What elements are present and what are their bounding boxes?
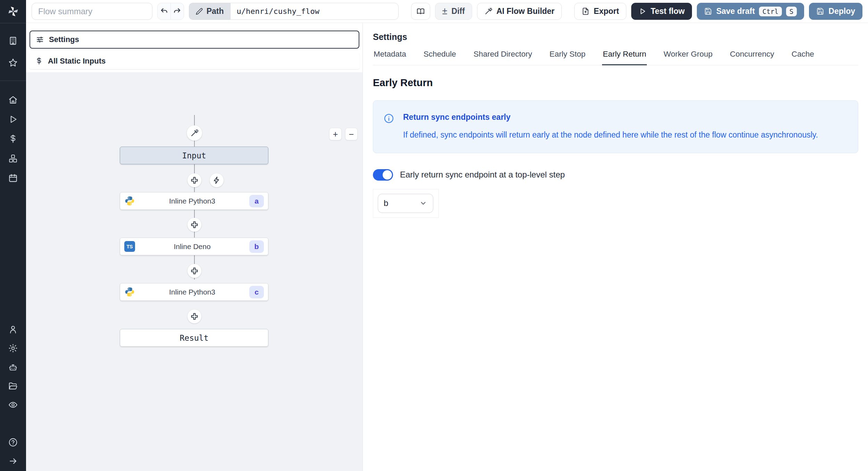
test-flow-button[interactable]: Test flow <box>631 3 692 20</box>
sidebar-audit-logs-button[interactable] <box>8 400 18 410</box>
step-id-badge: b <box>249 240 264 253</box>
docs-button[interactable] <box>411 3 430 20</box>
user-icon <box>8 325 18 334</box>
export-button[interactable]: Export <box>574 3 626 20</box>
ai-flow-builder-button[interactable]: AI Flow Builder <box>477 3 562 20</box>
node-label: Inline Deno <box>135 242 249 251</box>
tab-metadata[interactable]: Metadata <box>373 48 407 65</box>
building-icon <box>8 36 18 46</box>
add-step-button[interactable] <box>187 309 201 323</box>
info-icon <box>384 113 394 124</box>
early-return-title: Early Return <box>373 77 858 89</box>
early-return-step-select[interactable]: b <box>378 194 433 213</box>
flow-graph: + − Input Inline Python3 a TS Inline Den… <box>26 72 362 471</box>
path-group: Path <box>189 3 399 20</box>
sidebar-expand-button[interactable] <box>8 456 18 466</box>
add-trigger-button[interactable] <box>210 173 224 187</box>
tab-early-return[interactable]: Early Return <box>602 48 647 65</box>
node-label: Inline Python3 <box>135 288 249 296</box>
redo-icon <box>173 7 182 16</box>
early-return-toggle-label: Early return sync endpoint at a top-leve… <box>400 170 565 180</box>
help-circle-icon <box>8 438 18 447</box>
save-draft-button[interactable]: Save draft Ctrl S <box>697 3 804 20</box>
ai-suggest-button[interactable] <box>187 125 202 141</box>
early-return-toggle[interactable] <box>373 169 393 181</box>
plus-icon <box>190 312 199 321</box>
sidebar-runs-button[interactable] <box>8 115 18 124</box>
redo-button[interactable] <box>170 3 184 19</box>
robot-icon <box>8 363 18 372</box>
sidebar-favorites-button[interactable] <box>8 58 18 67</box>
tab-shared-directory[interactable]: Shared Directory <box>473 48 533 65</box>
flow-settings-label: Settings <box>49 35 79 44</box>
diff-label: Diff <box>451 7 465 16</box>
flow-node-input[interactable]: Input <box>120 147 268 164</box>
sidebar-users-button[interactable] <box>8 325 18 334</box>
step-select-container: b <box>373 189 439 218</box>
flow-node-c[interactable]: Inline Python3 c <box>120 283 268 301</box>
ai-flow-builder-label: AI Flow Builder <box>496 7 554 16</box>
flow-node-a[interactable]: Inline Python3 a <box>120 192 268 210</box>
arrow-right-icon <box>8 456 18 466</box>
sidebar-workspace-button[interactable] <box>8 36 18 46</box>
star-icon <box>8 58 18 67</box>
sidebar-schedules-button[interactable] <box>8 173 18 183</box>
flow-toolbar: Path ± Diff AI Flow Builder Export Test … <box>26 0 868 23</box>
all-static-inputs-row[interactable]: All Static Inputs <box>30 53 359 69</box>
add-step-button[interactable] <box>187 264 201 278</box>
deploy-save-icon <box>816 7 824 15</box>
add-step-button[interactable] <box>187 173 201 187</box>
all-static-inputs-label: All Static Inputs <box>48 57 106 66</box>
path-input[interactable] <box>230 3 399 20</box>
undo-icon <box>160 7 169 16</box>
book-open-icon <box>417 7 425 15</box>
home-icon <box>8 95 18 105</box>
plus-icon <box>190 267 199 275</box>
sidebar-resources-button[interactable] <box>8 154 18 163</box>
windmill-logo-icon[interactable] <box>7 6 19 17</box>
tab-concurrency[interactable]: Concurrency <box>729 48 775 65</box>
step-id-badge: a <box>249 195 264 207</box>
settings-panel-title: Settings <box>373 32 858 42</box>
sidebar-workers-button[interactable] <box>8 363 18 372</box>
edit-path-button[interactable]: Path <box>189 3 230 20</box>
eye-icon <box>8 400 18 410</box>
kbd-ctrl: Ctrl <box>759 7 782 16</box>
wand-sparkles-icon <box>484 7 492 15</box>
sidebar-folders-button[interactable] <box>8 381 18 391</box>
sidebar-help-button[interactable] <box>8 438 18 447</box>
undo-redo-group <box>157 3 184 20</box>
pencil-icon <box>195 8 203 15</box>
flow-node-result[interactable]: Result <box>120 329 268 347</box>
sidebar-variables-button[interactable] <box>8 134 18 143</box>
zoom-out-button[interactable]: − <box>345 128 358 140</box>
file-export-icon <box>582 7 590 15</box>
tab-early-stop[interactable]: Early Stop <box>549 48 586 65</box>
sidebar-settings-button[interactable] <box>8 344 18 353</box>
tab-schedule[interactable]: Schedule <box>423 48 457 65</box>
deploy-button[interactable]: Deploy <box>809 3 862 20</box>
plus-icon <box>190 221 199 229</box>
selected-step-value: b <box>384 198 388 208</box>
early-return-toggle-row: Early return sync endpoint at a top-leve… <box>373 169 858 181</box>
zoom-in-button[interactable]: + <box>329 128 342 140</box>
undo-button[interactable] <box>158 3 170 19</box>
sidebar-divider <box>0 23 26 23</box>
wand-sparkles-icon <box>190 129 199 137</box>
sidebar-home-button[interactable] <box>8 95 18 105</box>
plus-minus-icon: ± <box>442 7 448 16</box>
boxes-icon <box>8 154 18 163</box>
tab-cache[interactable]: Cache <box>791 48 815 65</box>
plus-icon <box>190 176 199 184</box>
app-sidebar <box>0 0 26 471</box>
diff-button[interactable]: ± Diff <box>435 3 472 20</box>
add-step-button[interactable] <box>187 218 201 232</box>
play-icon <box>639 7 646 15</box>
flow-node-b[interactable]: TS Inline Deno b <box>120 238 268 255</box>
dollar-icon <box>35 57 43 65</box>
play-icon <box>8 115 18 124</box>
flow-summary-input[interactable] <box>32 3 152 20</box>
deploy-label: Deploy <box>828 7 855 16</box>
tab-worker-group[interactable]: Worker Group <box>663 48 713 65</box>
flow-settings-row[interactable]: Settings <box>30 31 359 49</box>
